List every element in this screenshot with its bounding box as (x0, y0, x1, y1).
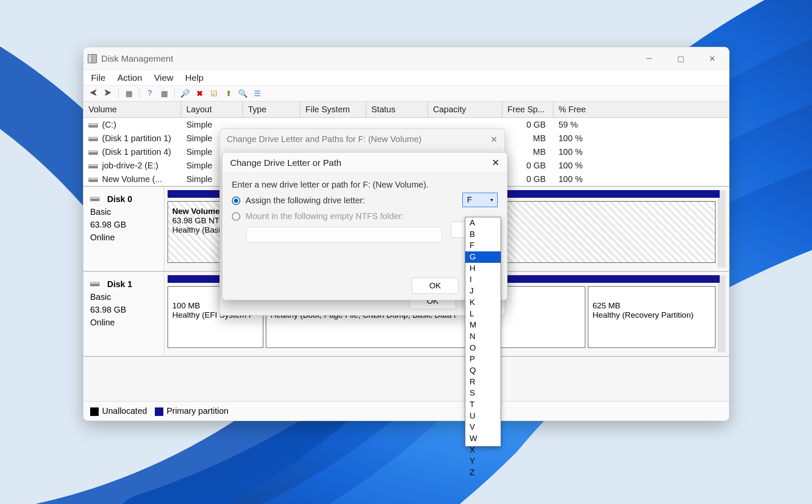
dialog2-instruction: Enter a new drive letter or path for F: … (232, 180, 498, 190)
settings-icon[interactable]: 🔎 (179, 88, 191, 99)
radio-mount-folder[interactable]: Mount in the following empty NTFS folder… (232, 211, 498, 221)
minimize-button[interactable]: ─ (643, 53, 655, 65)
volume-icon (88, 164, 98, 168)
col-pctfree[interactable]: % Free (553, 102, 729, 117)
dropdown-option[interactable]: L (465, 308, 501, 320)
col-status[interactable]: Status (366, 102, 428, 117)
drive-letter-dropdown[interactable]: ABFGHIJKLMNOPQRSTUVWXYZ (465, 217, 501, 447)
col-capacity[interactable]: Capacity (428, 102, 502, 117)
volume-icon (88, 178, 98, 182)
dropdown-option[interactable]: A (465, 217, 501, 229)
disk-icon (90, 282, 100, 286)
dropdown-option[interactable]: X (465, 444, 501, 456)
dropdown-option[interactable]: B (465, 229, 501, 240)
partition-recovery[interactable]: 625 MB Healthy (Recovery Partition) (588, 286, 715, 348)
col-volume[interactable]: Volume (83, 102, 181, 117)
volume-icon (88, 137, 98, 141)
show-hide-icon[interactable]: ▦ (123, 88, 135, 99)
menu-file[interactable]: File (91, 73, 105, 83)
titlebar: Disk Management ─ ▢ ✕ (83, 47, 729, 70)
list-icon[interactable]: ☰ (251, 88, 263, 99)
dropdown-option[interactable]: J (465, 285, 501, 297)
dialog1-close-icon[interactable]: ✕ (490, 134, 498, 145)
mount-path-input (246, 227, 442, 242)
dropdown-option[interactable]: V (465, 421, 501, 433)
dropdown-option[interactable]: K (465, 297, 501, 308)
dropdown-option[interactable]: F (465, 240, 501, 251)
legend: Unallocated Primary partition (83, 401, 729, 421)
col-type[interactable]: Type (243, 102, 300, 117)
scrollbar[interactable] (718, 190, 726, 268)
dropdown-option[interactable]: Q (465, 365, 501, 376)
menubar: File Action View Help (83, 70, 729, 85)
toolbar: ⮜ ⮞ ▦ ? ▦ 🔎 ✖ ☑ ⬆ 🔍 ☰ (83, 85, 729, 102)
dialog1-title: Change Drive Letter and Paths for F: (Ne… (227, 134, 422, 144)
forward-icon[interactable]: ⮞ (102, 88, 114, 99)
dropdown-option[interactable]: M (465, 319, 501, 331)
col-filesystem[interactable]: File System (300, 102, 366, 117)
check-icon[interactable]: ☑ (208, 88, 220, 99)
dropdown-option[interactable]: R (465, 376, 501, 388)
col-free[interactable]: Free Sp... (502, 102, 553, 117)
app-icon (88, 54, 97, 63)
legend-swatch-unallocated (90, 407, 99, 416)
dropdown-option[interactable]: T (465, 399, 501, 410)
up-icon[interactable]: ⬆ (222, 88, 234, 99)
col-layout[interactable]: Layout (181, 102, 243, 117)
help-icon[interactable]: ? (144, 88, 156, 99)
dropdown-option[interactable]: Z (465, 467, 501, 478)
menu-view[interactable]: View (154, 73, 173, 83)
radio-icon (232, 212, 240, 221)
radio-icon (232, 196, 240, 205)
legend-swatch-primary (155, 407, 163, 416)
menu-action[interactable]: Action (117, 73, 142, 83)
menu-help[interactable]: Help (185, 73, 203, 83)
dropdown-option[interactable]: W (465, 433, 501, 444)
back-icon[interactable]: ⮜ (88, 88, 100, 99)
dialog2-close-icon[interactable]: ✕ (492, 157, 499, 168)
dropdown-option[interactable]: N (465, 331, 501, 342)
chevron-down-icon: ▾ (490, 197, 493, 203)
volume-icon (88, 123, 98, 128)
volume-grid-header: Volume Layout Type File System Status Ca… (83, 102, 729, 118)
scrollbar[interactable] (718, 275, 726, 353)
maximize-button[interactable]: ▢ (675, 53, 687, 65)
radio-assign-letter[interactable]: Assign the following drive letter: (232, 196, 498, 205)
dropdown-option[interactable]: I (465, 274, 501, 285)
drive-letter-combo[interactable]: F ▾ (462, 193, 498, 207)
disk-info-0[interactable]: Disk 0 Basic 63.98 GB Online (83, 187, 164, 271)
delete-icon[interactable]: ✖ (194, 88, 205, 99)
window-title: Disk Management (101, 54, 173, 64)
dropdown-option[interactable]: H (465, 263, 501, 274)
dropdown-option[interactable]: G (465, 251, 501, 263)
dropdown-option[interactable]: O (465, 342, 501, 354)
disk-icon (90, 197, 100, 201)
dialog2-ok-button[interactable]: OK (412, 278, 459, 294)
explore-icon[interactable]: 🔍 (237, 88, 249, 99)
dropdown-option[interactable]: S (465, 387, 501, 399)
dropdown-option[interactable]: U (465, 410, 501, 422)
dropdown-option[interactable]: Y (465, 456, 501, 467)
dropdown-option[interactable]: P (465, 353, 501, 365)
close-button[interactable]: ✕ (706, 53, 718, 65)
volume-icon (88, 151, 98, 155)
dialog2-title: Change Drive Letter or Path (230, 158, 341, 168)
disk-info-1[interactable]: Disk 1 Basic 63.98 GB Online (83, 272, 164, 356)
properties-icon[interactable]: ▦ (158, 88, 170, 99)
